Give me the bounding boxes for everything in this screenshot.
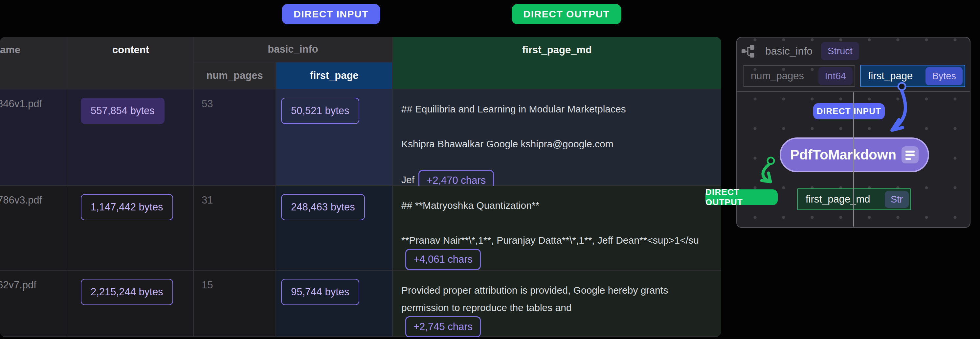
bytes-chip[interactable]: 95,744 bytes <box>281 279 359 305</box>
type-badge-bytes: Bytes <box>926 67 963 85</box>
more-chars-chip[interactable]: +2,745 chars <box>405 316 481 337</box>
direct-input-column-badge: DIRECT INPUT <box>282 4 380 24</box>
app-canvas: { "badges": { "direct_input": "DIRECT IN… <box>0 0 980 339</box>
cell-num-pages: 53 <box>194 90 276 186</box>
column-header-name[interactable]: name <box>0 37 68 90</box>
cell-content: 557,854 bytes <box>68 90 194 186</box>
node-label: PdfToMarkdown <box>790 147 897 163</box>
field-first-page-selected[interactable]: first_page Bytes <box>860 65 965 87</box>
table-row: 786v3.pdf 1,147,442 bytes 31 248,463 byt… <box>0 186 721 270</box>
column-header-num-pages[interactable]: num_pages <box>194 62 276 90</box>
pdf-to-markdown-node[interactable]: PdfToMarkdown <box>780 138 929 172</box>
document-icon <box>902 146 919 163</box>
table-row: 62v7.pdf 2,215,244 bytes 15 95,744 bytes… <box>0 270 721 337</box>
group-label: basic_info <box>765 45 813 57</box>
cell-num-pages: 15 <box>194 270 276 337</box>
markdown-preview: Provided proper attribution is provided,… <box>401 285 671 313</box>
bytes-chip[interactable]: 248,463 bytes <box>281 194 365 220</box>
column-header-basic-info[interactable]: basic_info <box>194 37 393 62</box>
type-badge-struct: Struct <box>821 42 859 60</box>
column-header-first-page-selected[interactable]: first_page <box>276 62 393 90</box>
cell-name: 846v1.pdf <box>0 90 68 186</box>
more-chars-chip[interactable]: +4,061 chars <box>405 249 481 270</box>
cell-first-page: 248,463 bytes <box>276 186 393 270</box>
cell-name: 786v3.pdf <box>0 186 68 270</box>
column-header-first-page-md[interactable]: first_page_md <box>393 37 721 90</box>
cell-first-page-md: Provided proper attribution is provided,… <box>393 270 721 337</box>
direct-output-column-badge: DIRECT OUTPUT <box>512 4 621 24</box>
bytes-chip[interactable]: 50,521 bytes <box>281 98 359 124</box>
cell-content: 2,215,244 bytes <box>68 270 194 337</box>
cell-content: 1,147,442 bytes <box>68 186 194 270</box>
markdown-preview: ## **Matryoshka Quantization** **Pranav … <box>401 200 699 246</box>
direct-output-badge: DIRECT OUTPUT <box>705 189 778 205</box>
column-header-content[interactable]: content <box>68 37 194 90</box>
type-badge-int64: Int64 <box>818 67 853 85</box>
cell-num-pages: 31 <box>194 186 276 270</box>
bytes-chip[interactable]: 1,147,442 bytes <box>81 194 173 220</box>
cell-first-page-md: ## **Matryoshka Quantization** **Pranav … <box>393 186 721 270</box>
cell-first-page: 50,521 bytes <box>276 90 393 186</box>
field-first-page-md[interactable]: first_page_md Str <box>797 189 911 210</box>
field-num-pages[interactable]: num_pages Int64 <box>743 65 855 87</box>
cell-first-page: 95,744 bytes <box>276 270 393 337</box>
bytes-chip[interactable]: 2,215,244 bytes <box>81 279 173 305</box>
struct-icon <box>741 45 757 58</box>
table-header: name content basic_info num_pages first_… <box>0 37 721 90</box>
data-table: name content basic_info num_pages first_… <box>0 37 721 337</box>
bytes-chip[interactable]: 557,854 bytes <box>81 98 164 124</box>
cell-first-page-md: ## Equilibria and Learning in Modular Ma… <box>393 90 721 186</box>
type-badge-str: Str <box>885 191 909 208</box>
table-row: 846v1.pdf 557,854 bytes 53 50,521 bytes … <box>0 90 721 186</box>
cell-name: 62v7.pdf <box>0 270 68 337</box>
direct-input-badge: DIRECT INPUT <box>813 103 885 119</box>
